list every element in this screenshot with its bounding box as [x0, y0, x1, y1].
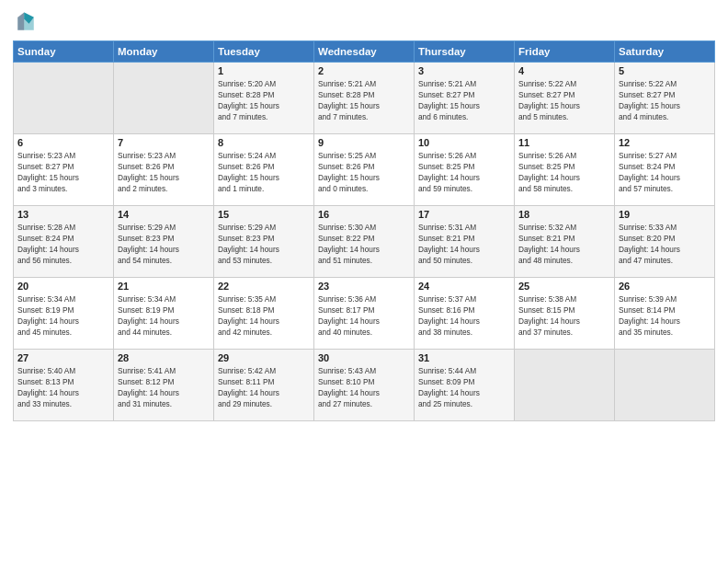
header-day: Saturday — [615, 41, 715, 63]
logo — [13, 9, 42, 35]
day-number: 28 — [118, 352, 210, 363]
day-info: Sunrise: 5:28 AM Sunset: 8:24 PM Dayligh… — [17, 222, 109, 266]
day-number: 13 — [17, 209, 109, 220]
calendar-cell — [515, 350, 615, 421]
day-number: 5 — [619, 65, 711, 76]
day-number: 29 — [218, 352, 310, 363]
svg-marker-2 — [17, 13, 24, 30]
day-number: 19 — [619, 209, 711, 220]
day-info: Sunrise: 5:22 AM Sunset: 8:27 PM Dayligh… — [518, 78, 610, 122]
calendar-cell: 4Sunrise: 5:22 AM Sunset: 8:27 PM Daylig… — [515, 63, 615, 134]
day-number: 22 — [218, 281, 310, 292]
day-number: 15 — [218, 209, 310, 220]
day-info: Sunrise: 5:25 AM Sunset: 8:26 PM Dayligh… — [318, 150, 410, 194]
day-info: Sunrise: 5:37 AM Sunset: 8:16 PM Dayligh… — [418, 293, 510, 338]
header-day: Friday — [515, 41, 615, 63]
day-info: Sunrise: 5:34 AM Sunset: 8:19 PM Dayligh… — [17, 293, 109, 338]
day-info: Sunrise: 5:21 AM Sunset: 8:27 PM Dayligh… — [418, 78, 510, 122]
calendar-cell: 27Sunrise: 5:40 AM Sunset: 8:13 PM Dayli… — [14, 350, 114, 421]
day-number: 9 — [318, 137, 410, 148]
day-info: Sunrise: 5:21 AM Sunset: 8:28 PM Dayligh… — [318, 78, 410, 122]
day-info: Sunrise: 5:40 AM Sunset: 8:13 PM Dayligh… — [17, 365, 109, 409]
calendar-cell: 9Sunrise: 5:25 AM Sunset: 8:26 PM Daylig… — [314, 134, 415, 206]
day-number: 27 — [17, 352, 109, 363]
calendar-cell — [14, 63, 114, 134]
day-info: Sunrise: 5:27 AM Sunset: 8:24 PM Dayligh… — [619, 150, 711, 194]
day-info: Sunrise: 5:36 AM Sunset: 8:17 PM Dayligh… — [318, 293, 410, 338]
header-day: Monday — [114, 41, 214, 63]
header-day: Tuesday — [214, 41, 314, 63]
day-info: Sunrise: 5:42 AM Sunset: 8:11 PM Dayligh… — [218, 365, 310, 409]
page: SundayMondayTuesdayWednesdayThursdayFrid… — [0, 0, 728, 429]
day-info: Sunrise: 5:38 AM Sunset: 8:15 PM Dayligh… — [518, 293, 610, 338]
day-number: 4 — [518, 65, 610, 76]
calendar-cell: 5Sunrise: 5:22 AM Sunset: 8:27 PM Daylig… — [615, 63, 715, 134]
header-row: SundayMondayTuesdayWednesdayThursdayFrid… — [14, 41, 715, 63]
day-info: Sunrise: 5:26 AM Sunset: 8:25 PM Dayligh… — [418, 150, 510, 194]
day-number: 8 — [218, 137, 310, 148]
calendar-cell: 17Sunrise: 5:31 AM Sunset: 8:21 PM Dayli… — [415, 206, 515, 278]
calendar-cell: 24Sunrise: 5:37 AM Sunset: 8:16 PM Dayli… — [415, 278, 515, 350]
day-info: Sunrise: 5:30 AM Sunset: 8:22 PM Dayligh… — [318, 222, 410, 266]
day-info: Sunrise: 5:23 AM Sunset: 8:27 PM Dayligh… — [17, 150, 109, 194]
calendar-cell — [615, 350, 715, 421]
calendar-cell: 19Sunrise: 5:33 AM Sunset: 8:20 PM Dayli… — [615, 206, 715, 278]
day-number: 25 — [518, 281, 610, 292]
day-number: 24 — [418, 281, 510, 292]
day-number: 14 — [118, 209, 210, 220]
day-info: Sunrise: 5:34 AM Sunset: 8:19 PM Dayligh… — [118, 293, 210, 338]
day-number: 17 — [418, 209, 510, 220]
calendar-cell: 12Sunrise: 5:27 AM Sunset: 8:24 PM Dayli… — [615, 134, 715, 206]
calendar-cell: 18Sunrise: 5:32 AM Sunset: 8:21 PM Dayli… — [515, 206, 615, 278]
header — [13, 9, 715, 35]
day-number: 23 — [318, 281, 410, 292]
calendar-cell: 11Sunrise: 5:26 AM Sunset: 8:25 PM Dayli… — [515, 134, 615, 206]
day-number: 7 — [118, 137, 210, 148]
calendar-cell: 8Sunrise: 5:24 AM Sunset: 8:26 PM Daylig… — [214, 134, 314, 206]
day-info: Sunrise: 5:24 AM Sunset: 8:26 PM Dayligh… — [218, 150, 310, 194]
calendar-cell: 28Sunrise: 5:41 AM Sunset: 8:12 PM Dayli… — [114, 350, 214, 421]
day-info: Sunrise: 5:32 AM Sunset: 8:21 PM Dayligh… — [518, 222, 610, 266]
calendar-cell: 21Sunrise: 5:34 AM Sunset: 8:19 PM Dayli… — [114, 278, 214, 350]
calendar-cell: 6Sunrise: 5:23 AM Sunset: 8:27 PM Daylig… — [14, 134, 114, 206]
day-number: 31 — [418, 352, 510, 363]
calendar-cell: 26Sunrise: 5:39 AM Sunset: 8:14 PM Dayli… — [615, 278, 715, 350]
calendar-cell: 25Sunrise: 5:38 AM Sunset: 8:15 PM Dayli… — [515, 278, 615, 350]
calendar-cell: 3Sunrise: 5:21 AM Sunset: 8:27 PM Daylig… — [415, 63, 515, 134]
calendar-cell: 7Sunrise: 5:23 AM Sunset: 8:26 PM Daylig… — [114, 134, 214, 206]
calendar-cell: 29Sunrise: 5:42 AM Sunset: 8:11 PM Dayli… — [214, 350, 314, 421]
calendar-cell: 30Sunrise: 5:43 AM Sunset: 8:10 PM Dayli… — [314, 350, 415, 421]
calendar-week: 6Sunrise: 5:23 AM Sunset: 8:27 PM Daylig… — [14, 134, 715, 206]
day-number: 1 — [218, 65, 310, 76]
calendar-cell: 22Sunrise: 5:35 AM Sunset: 8:18 PM Dayli… — [214, 278, 314, 350]
calendar-cell: 10Sunrise: 5:26 AM Sunset: 8:25 PM Dayli… — [415, 134, 515, 206]
calendar-table: SundayMondayTuesdayWednesdayThursdayFrid… — [13, 40, 715, 421]
calendar-week: 27Sunrise: 5:40 AM Sunset: 8:13 PM Dayli… — [14, 350, 715, 421]
day-info: Sunrise: 5:20 AM Sunset: 8:28 PM Dayligh… — [218, 78, 310, 122]
calendar-cell: 15Sunrise: 5:29 AM Sunset: 8:23 PM Dayli… — [214, 206, 314, 278]
header-day: Thursday — [415, 41, 515, 63]
day-number: 2 — [318, 65, 410, 76]
calendar-cell: 13Sunrise: 5:28 AM Sunset: 8:24 PM Dayli… — [14, 206, 114, 278]
calendar-cell: 16Sunrise: 5:30 AM Sunset: 8:22 PM Dayli… — [314, 206, 415, 278]
header-day: Wednesday — [314, 41, 415, 63]
day-info: Sunrise: 5:29 AM Sunset: 8:23 PM Dayligh… — [218, 222, 310, 266]
day-info: Sunrise: 5:26 AM Sunset: 8:25 PM Dayligh… — [518, 150, 610, 194]
day-info: Sunrise: 5:43 AM Sunset: 8:10 PM Dayligh… — [318, 365, 410, 409]
day-info: Sunrise: 5:33 AM Sunset: 8:20 PM Dayligh… — [619, 222, 711, 266]
day-number: 12 — [619, 137, 711, 148]
day-info: Sunrise: 5:23 AM Sunset: 8:26 PM Dayligh… — [118, 150, 210, 194]
calendar-week: 1Sunrise: 5:20 AM Sunset: 8:28 PM Daylig… — [14, 63, 715, 134]
day-number: 10 — [418, 137, 510, 148]
day-info: Sunrise: 5:35 AM Sunset: 8:18 PM Dayligh… — [218, 293, 310, 338]
day-number: 3 — [418, 65, 510, 76]
day-number: 16 — [318, 209, 410, 220]
day-number: 6 — [17, 137, 109, 148]
day-info: Sunrise: 5:41 AM Sunset: 8:12 PM Dayligh… — [118, 365, 210, 409]
calendar-cell: 20Sunrise: 5:34 AM Sunset: 8:19 PM Dayli… — [14, 278, 114, 350]
day-number: 26 — [619, 281, 711, 292]
calendar-cell — [114, 63, 214, 134]
day-number: 21 — [118, 281, 210, 292]
logo-icon — [13, 9, 39, 35]
calendar-cell: 14Sunrise: 5:29 AM Sunset: 8:23 PM Dayli… — [114, 206, 214, 278]
